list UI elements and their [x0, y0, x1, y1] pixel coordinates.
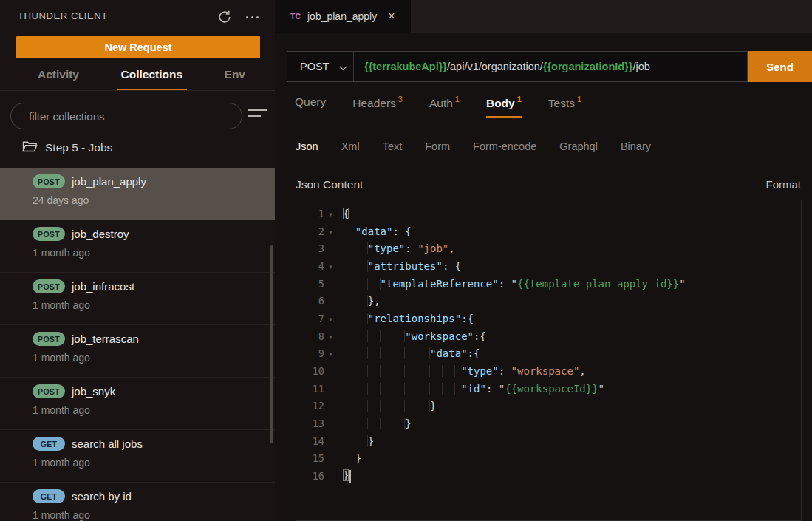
tab-count-badge: 1: [517, 95, 522, 103]
request-url-input[interactable]: {{terrakubeApi}}/api/v1/organization/{{o…: [354, 61, 650, 72]
body-tab-binary[interactable]: Binary: [621, 140, 651, 157]
json-content-heading: Json Content: [296, 178, 363, 191]
method-select[interactable]: POST: [287, 52, 353, 81]
code-line-12[interactable]: 12 }: [296, 398, 801, 415]
body-tab-text[interactable]: Text: [383, 140, 403, 157]
body-tab-xml[interactable]: Xml: [341, 140, 360, 157]
request-item-search-all-jobs[interactable]: GETsearch all jobs1 month ago: [0, 430, 275, 483]
request-name: search all jobs: [72, 437, 143, 450]
code-line-6[interactable]: 6 },: [296, 292, 801, 310]
fold-chevron-icon[interactable]: ▾: [324, 349, 337, 358]
code-line-10[interactable]: 10 "type": "workspace",: [296, 362, 801, 380]
code-line-9[interactable]: 9▾ "data":{: [296, 345, 801, 363]
request-name: job_destroy: [72, 228, 129, 240]
tab-count-badge: 1: [577, 95, 581, 103]
line-number: 13: [296, 418, 324, 429]
request-timestamp: 24 days ago: [33, 194, 267, 206]
sidebar-title: THUNDER CLIENT: [18, 10, 108, 21]
code-text: "type": "workspace",: [343, 365, 586, 377]
url-env-variable: {{organizationId}}: [543, 61, 633, 72]
body-tab-form[interactable]: Form: [425, 140, 450, 157]
tab-count-badge: 1: [455, 95, 460, 103]
collection-folder[interactable]: Step 5 - Jobs: [0, 135, 275, 160]
request-item-search-by-id[interactable]: GETsearch by id1 month ago: [0, 483, 275, 521]
code-line-13[interactable]: 13 }: [296, 415, 801, 432]
url-path: /api/v1/organization/: [447, 61, 543, 72]
fold-chevron-icon[interactable]: ▾: [324, 314, 337, 323]
line-number: 2: [296, 225, 324, 237]
json-body-editor[interactable]: 1▾{2▾ "data": {3 "type": "job",4▾ "attri…: [296, 200, 802, 521]
line-number: 9: [296, 347, 324, 359]
line-number: 3: [296, 242, 324, 254]
line-number: 15: [296, 452, 324, 464]
more-actions-button[interactable]: [242, 9, 262, 25]
request-item-job_snyk[interactable]: POSTjob_snyk1 month ago: [0, 378, 275, 430]
request-tab-query[interactable]: Query: [295, 95, 326, 118]
body-tab-graphql[interactable]: Graphql: [559, 140, 598, 157]
code-line-3[interactable]: 3 "type": "job",: [296, 239, 801, 257]
request-tab-body[interactable]: Body1: [486, 95, 522, 118]
line-number: 1: [296, 208, 324, 219]
request-item-job_infracost[interactable]: POSTjob_infracost1 month ago: [0, 273, 275, 325]
body-tab-form-encode[interactable]: Form-encode: [473, 140, 536, 157]
sidebar-tab-activity[interactable]: Activity: [33, 64, 83, 91]
request-list: POSTjob_plan_apply24 days agoPOSTjob_des…: [0, 168, 275, 521]
refresh-button[interactable]: [216, 9, 233, 25]
request-tab-headers[interactable]: Headers3: [352, 95, 403, 118]
code-line-16[interactable]: 16}: [296, 467, 801, 485]
request-name: job_snyk: [72, 385, 115, 398]
body-tab-json[interactable]: Json: [296, 140, 318, 157]
fold-chevron-icon[interactable]: ▾: [324, 332, 337, 341]
code-text: "relationships":{: [343, 313, 474, 324]
code-line-15[interactable]: 15 }: [296, 450, 801, 468]
request-name: search by id: [72, 490, 132, 503]
sidebar-scrollbar[interactable]: [270, 245, 273, 443]
request-item-job_terrascan[interactable]: POSTjob_terrascan1 month ago: [0, 325, 275, 378]
fold-chevron-icon[interactable]: ▾: [324, 227, 337, 236]
request-tabs: QueryHeaders3Auth1Body1Tests1: [295, 95, 581, 118]
sidebar-tab-collections[interactable]: Collections: [117, 64, 188, 91]
request-item-job_destroy[interactable]: POSTjob_destroy1 month ago: [0, 220, 275, 273]
editor-tab-job-plan-apply[interactable]: TC job_plan_apply ×: [275, 0, 411, 33]
code-line-11[interactable]: 11 "id": "{{workspaceId}}": [296, 380, 801, 398]
request-tab-auth[interactable]: Auth1: [429, 95, 460, 118]
code-text: "data": {: [343, 225, 412, 237]
fold-chevron-icon[interactable]: ▾: [324, 262, 337, 270]
sidebar: THUNDER CLIENT New Request ActivityColle…: [0, 0, 275, 521]
send-button[interactable]: Send: [748, 51, 812, 82]
code-line-5[interactable]: 5 "templateReference": "{{template_plan_…: [296, 275, 801, 293]
method-badge: POST: [33, 332, 65, 346]
folder-label: Step 5 - Jobs: [45, 141, 112, 154]
code-line-14[interactable]: 14 }: [296, 432, 801, 450]
line-number: 8: [296, 330, 324, 342]
format-button[interactable]: Format: [765, 178, 801, 191]
sort-lines-icon: [248, 109, 267, 111]
request-item-job_plan_apply[interactable]: POSTjob_plan_apply24 days ago: [0, 168, 275, 220]
code-line-4[interactable]: 4▾ "attributes": {: [296, 257, 801, 275]
code-text: "templateReference": "{{template_plan_ap…: [343, 278, 686, 290]
fold-chevron-icon[interactable]: ▾: [324, 209, 337, 218]
new-request-button[interactable]: New Request: [16, 36, 260, 58]
line-number: 14: [296, 435, 324, 447]
method-badge: POST: [33, 279, 65, 293]
code-line-1[interactable]: 1▾{: [296, 205, 801, 222]
thunder-client-tab-icon: TC: [290, 12, 301, 21]
fold-gutter: [324, 405, 337, 406]
refresh-icon: [216, 15, 233, 27]
tab-label: Auth: [429, 97, 453, 109]
code-text: "id": "{{workspaceId}}": [343, 383, 604, 395]
code-text: }: [343, 469, 351, 483]
sidebar-tab-env[interactable]: Env: [220, 64, 250, 91]
code-line-8[interactable]: 8▾ "workspace":{: [296, 327, 801, 345]
filter-collections-input[interactable]: [10, 103, 242, 129]
code-text: }: [343, 400, 436, 412]
tab-close-icon[interactable]: ×: [388, 10, 395, 22]
code-line-2[interactable]: 2▾ "data": {: [296, 222, 801, 240]
request-name: job_plan_apply: [72, 175, 146, 188]
request-tab-tests[interactable]: Tests1: [548, 95, 581, 118]
request-name: job_terrascan: [72, 333, 139, 345]
collections-menu-button[interactable]: [248, 109, 268, 123]
code-line-7[interactable]: 7▾ "relationships":{: [296, 310, 801, 327]
body-type-tabs: JsonXmlTextFormForm-encodeGraphqlBinary: [296, 140, 651, 157]
method-badge: GET: [33, 489, 65, 503]
